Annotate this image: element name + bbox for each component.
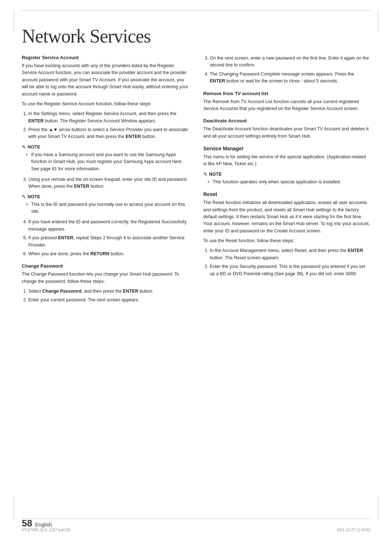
note-item-sm-1: This function operates only when special… [208,179,370,186]
note-icon-sm: ✎ [203,171,208,177]
step-6-register: When you are done, press the RETURN butt… [28,251,189,257]
deactivate-account-text: The Deactivate Account function deactiva… [203,126,370,140]
border-bottom [22,518,370,519]
reset-step-1: In the Account Management menu, select R… [210,247,370,261]
note-list-sm: This function operates only when special… [203,179,370,186]
margin-left-top [14,10,14,32]
register-service-account-intro: If you have existing accounts with any o… [22,62,189,98]
note-item-1-1: If you have a Samsung account and you wa… [26,151,189,172]
note-item-2-1: This is the ID and password you normally… [26,201,189,215]
remove-tv-account-text: The Remove from TV Account List function… [203,98,370,113]
register-service-account-intro2: To use the Register Service Account func… [22,101,189,107]
note-label-2: NOTE [28,194,40,199]
margin-left-bottom [14,497,14,519]
register-service-account-steps: In the Settings menu, select Register Se… [22,110,189,141]
note-block-service-manager: ✎ NOTE This function operates only when … [203,171,370,186]
reset-step-2: Enter the your Security password. This i… [210,263,370,277]
step-4-register: If you have entered the ID and password … [28,219,189,233]
content-area: Register Service Account If you have exi… [22,55,370,307]
footer-right: 2011-12-27 11:04:53 [336,528,370,532]
note-header-2: ✎ NOTE [22,194,189,200]
note-list-2: This is the ID and password you normally… [22,201,189,215]
footer-info: HT-D7000_ELS_1227.indd 58 2011-12-27 11:… [22,528,370,532]
note-label-sm: NOTE [209,172,222,177]
page-title: Network Services [22,25,370,47]
step-2-register: Press the ▲▼ arrow buttons to select a S… [28,126,189,141]
left-column: Register Service Account If you have exi… [22,55,189,307]
change-password-steps-right: On the next screen, enter a new password… [203,55,370,85]
note-header-sm: ✎ NOTE [203,171,370,177]
change-password-heading: Change Password [22,263,189,269]
page-number: 58 [22,518,32,529]
remove-tv-account-heading: Remove from TV account list [203,91,370,96]
step-3-register: Using your remote and the on-screen Keyp… [28,176,189,190]
page-number-area: 58 English [22,518,52,529]
change-pw-step-2: Enter your current password. The next sc… [28,297,189,304]
note-block-1: ✎ NOTE If you have a Samsung account and… [22,144,189,172]
footer-left: HT-D7000_ELS_1227.indd 58 [22,528,70,532]
note-icon-1: ✎ [22,144,26,150]
reset-intro2: To use the Reset function, follow these … [203,237,370,244]
step-1-register: In the Settings menu, select Register Se… [28,110,189,125]
service-manager-text: This menu is for setting the service of … [203,154,370,168]
note-block-2: ✎ NOTE This is the ID and password you n… [22,194,189,215]
border-top [22,10,370,11]
service-manager-heading: Service Manager [203,146,370,151]
change-pw-step-4: The Changing Password Complete message s… [210,71,370,85]
reset-intro: The Reset function initializes all downl… [203,199,370,235]
right-column: On the next screen, enter a new password… [203,55,370,307]
change-password-steps: Select Change Password, and then press t… [22,288,189,304]
change-pw-step-3: On the next screen, enter a new password… [210,55,370,69]
reset-heading: Reset [203,191,370,197]
step-5-register: If you pressed ENTER, repeat Steps 2 thr… [28,235,189,249]
register-service-account-steps-cont2: If you have entered the ID and password … [22,219,189,257]
margin-right-bottom [378,497,378,519]
margin-right-top [378,10,378,32]
change-pw-step-1: Select Change Password, and then press t… [28,288,189,295]
change-password-intro: The Change Password function lets you ch… [22,271,189,285]
deactivate-account-heading: Deactivate Account [203,118,370,123]
register-service-account-heading: Register Service Account [22,55,189,60]
page-language: English [35,522,52,528]
note-icon-2: ✎ [22,194,26,200]
reset-steps: In the Account Management menu, select R… [203,247,370,277]
page: Network Services Register Service Accoun… [0,0,392,537]
note-label-1: NOTE [28,145,40,150]
register-service-account-steps-cont: Using your remote and the on-screen Keyp… [22,176,189,190]
note-list-1: If you have a Samsung account and you wa… [22,151,189,172]
note-header-1: ✎ NOTE [22,144,189,150]
